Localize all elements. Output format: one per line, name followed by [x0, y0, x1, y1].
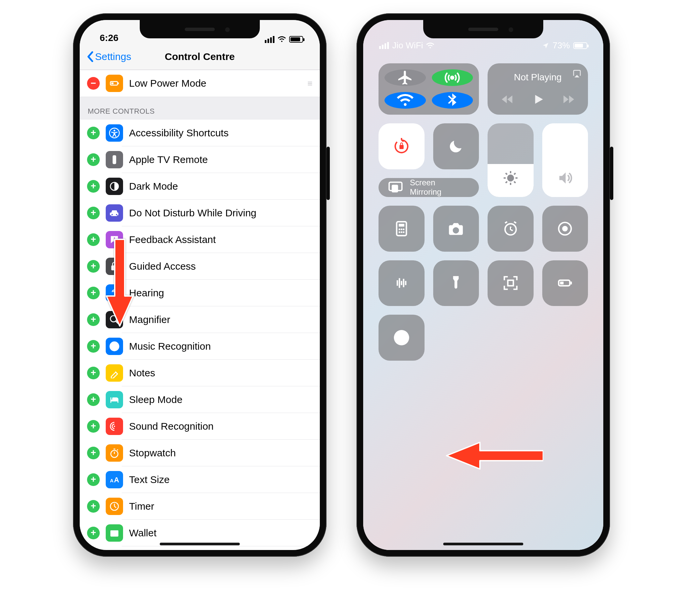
low-power-mode-button[interactable]	[542, 260, 588, 306]
screen-mirroring-button[interactable]: Screen Mirroring	[379, 178, 479, 197]
remove-button[interactable]	[87, 77, 100, 90]
wifi-button[interactable]	[385, 92, 426, 109]
timer-icon	[106, 498, 123, 515]
drag-handle-icon[interactable]: ≡	[307, 78, 313, 89]
add-button[interactable]	[87, 500, 100, 513]
signal-icon	[265, 36, 275, 43]
row-label: Magnifier	[129, 314, 313, 325]
music-recognition-button[interactable]	[379, 315, 425, 361]
row-label: Low Power Mode	[129, 78, 301, 89]
home-indicator[interactable]	[443, 543, 523, 545]
nav-bar: Settings Control Centre	[80, 43, 320, 70]
text-size-icon	[106, 471, 123, 488]
row-wallet[interactable]: Wallet	[80, 520, 320, 546]
row-low-power[interactable]: Low Power Mode ≡	[80, 70, 320, 97]
stopwatch-icon	[106, 444, 123, 462]
row-dark-mode[interactable]: Dark Mode	[80, 173, 320, 200]
connectivity-tile[interactable]	[379, 63, 479, 115]
calculator-button[interactable]	[379, 206, 425, 252]
row-accessibility-shortcuts[interactable]: Accessibility Shortcuts	[80, 120, 320, 146]
home-indicator[interactable]	[160, 543, 240, 545]
add-button[interactable]	[87, 233, 100, 246]
add-button[interactable]	[87, 527, 100, 539]
dark-mode-icon	[106, 178, 123, 195]
flashlight-button[interactable]	[433, 260, 479, 306]
add-button[interactable]	[87, 420, 100, 433]
brightness-slider[interactable]	[488, 123, 534, 197]
signal-icon	[379, 42, 389, 49]
row-music-recognition[interactable]: Music Recognition	[80, 333, 320, 360]
row-label: Stopwatch	[129, 447, 313, 459]
row-label: Do Not Disturb While Driving	[129, 207, 313, 219]
rotation-lock-button[interactable]	[379, 123, 425, 169]
airplay-icon[interactable]	[572, 69, 582, 79]
dnd-driving-icon	[106, 204, 123, 222]
add-button[interactable]	[87, 393, 100, 406]
add-button[interactable]	[87, 367, 100, 379]
row-label: Apple TV Remote	[129, 154, 313, 165]
add-button[interactable]	[87, 260, 100, 273]
row-label: Sleep Mode	[129, 394, 313, 405]
add-button[interactable]	[87, 127, 100, 139]
row-label: Sound Recognition	[129, 421, 313, 432]
row-label: Guided Access	[129, 261, 313, 272]
prev-track-button[interactable]	[501, 93, 515, 106]
row-sleep-mode[interactable]: Sleep Mode	[80, 386, 320, 413]
add-button[interactable]	[87, 473, 100, 486]
brightness-icon	[502, 170, 519, 186]
section-header-more: MORE CONTROLS	[80, 97, 320, 120]
voice-memos-button[interactable]	[379, 260, 425, 306]
play-button[interactable]	[531, 93, 545, 106]
location-icon	[542, 42, 549, 49]
airplane-mode-button[interactable]	[385, 69, 426, 86]
row-feedback-assistant[interactable]: Feedback Assistant	[80, 226, 320, 253]
accessibility-shortcuts-icon	[106, 124, 123, 142]
qr-scanner-button[interactable]	[488, 260, 534, 306]
add-button[interactable]	[87, 447, 100, 459]
row-label: Accessibility Shortcuts	[129, 127, 313, 139]
wifi-icon	[278, 35, 286, 43]
row-label: Text Size	[129, 474, 313, 485]
row-timer[interactable]: Timer	[80, 493, 320, 520]
camera-button[interactable]	[433, 206, 479, 252]
screen-record-button[interactable]	[542, 206, 588, 252]
volume-icon	[557, 170, 573, 186]
row-stopwatch[interactable]: Stopwatch	[80, 440, 320, 466]
add-button[interactable]	[87, 340, 100, 353]
next-track-button[interactable]	[561, 93, 575, 106]
status-time: 6:26	[100, 33, 119, 43]
row-guided-access[interactable]: Guided Access	[80, 253, 320, 280]
guided-access-icon	[106, 258, 123, 275]
media-title: Not Playing	[514, 72, 562, 83]
media-tile[interactable]: Not Playing	[488, 63, 588, 115]
add-button[interactable]	[87, 207, 100, 219]
feedback-assistant-icon	[106, 231, 123, 248]
settings-list[interactable]: Low Power Mode ≡ MORE CONTROLS Accessibi…	[80, 70, 320, 546]
row-sound-recognition[interactable]: Sound Recognition	[80, 413, 320, 440]
low-power-icon	[106, 75, 123, 92]
alarm-button[interactable]	[488, 206, 534, 252]
add-button[interactable]	[87, 313, 100, 326]
add-button[interactable]	[87, 180, 100, 193]
row-text-size[interactable]: Text Size	[80, 466, 320, 493]
row-dnd-driving[interactable]: Do Not Disturb While Driving	[80, 200, 320, 226]
add-button[interactable]	[87, 287, 100, 299]
row-label: Hearing	[129, 287, 313, 299]
notch	[140, 20, 260, 38]
battery-pct: 73%	[553, 40, 570, 51]
do-not-disturb-button[interactable]	[433, 123, 479, 169]
row-apple-tv-remote[interactable]: Apple TV Remote	[80, 146, 320, 173]
row-magnifier[interactable]: Magnifier	[80, 306, 320, 333]
add-button[interactable]	[87, 153, 100, 166]
battery-icon	[289, 36, 303, 43]
battery-icon	[573, 42, 587, 49]
volume-slider[interactable]	[542, 123, 588, 197]
row-hearing[interactable]: Hearing	[80, 280, 320, 306]
row-label: Feedback Assistant	[129, 234, 313, 245]
row-label: Wallet	[129, 527, 313, 539]
cellular-data-button[interactable]	[432, 69, 473, 86]
phone-right: Jio WiFi 73% Not	[357, 13, 610, 557]
magnifier-icon	[106, 311, 123, 328]
row-notes[interactable]: Notes	[80, 360, 320, 386]
bluetooth-button[interactable]	[432, 92, 473, 109]
